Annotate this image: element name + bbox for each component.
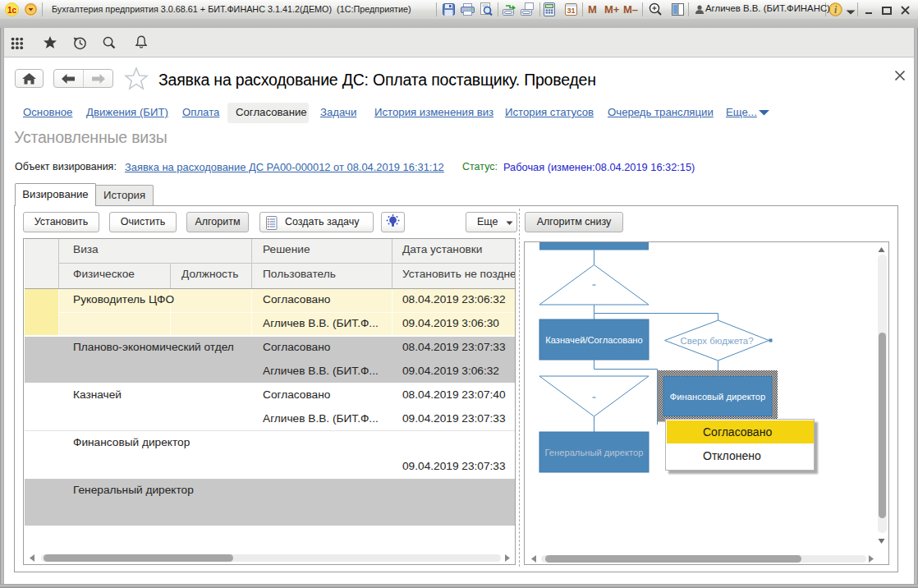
svg-text:Сверх бюджета?: Сверх бюджета? <box>680 336 753 346</box>
svg-text:31: 31 <box>567 7 575 15</box>
svg-text:1с: 1с <box>7 6 17 15</box>
svg-text:Казначей/Согласовано: Казначей/Согласовано <box>545 335 643 345</box>
svg-text:Финансовый директор: Финансовый директор <box>670 392 765 402</box>
svg-text:Генеральный директор: Генеральный директор <box>545 448 644 457</box>
